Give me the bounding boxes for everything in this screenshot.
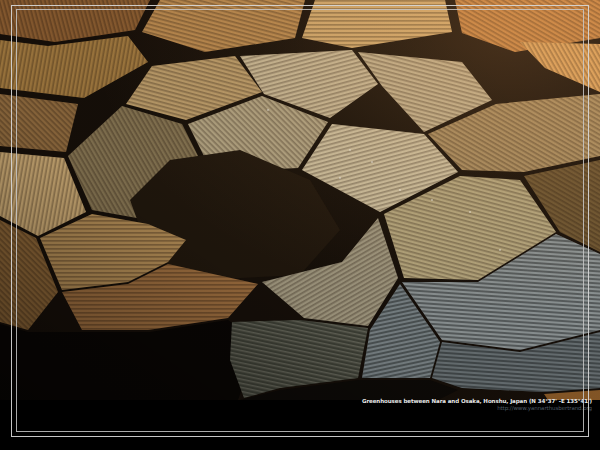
caption-url: http://www.yannarthusbertrand.org (362, 404, 592, 410)
caption-title: Greenhouses between Nara and Osaka, Hons… (362, 397, 592, 404)
shadow-vignette-overlay (0, 0, 600, 400)
photo-caption: Greenhouses between Nara and Osaka, Hons… (362, 397, 592, 411)
aerial-photo (0, 0, 600, 400)
greenhouse-patchwork-photo (0, 0, 600, 400)
